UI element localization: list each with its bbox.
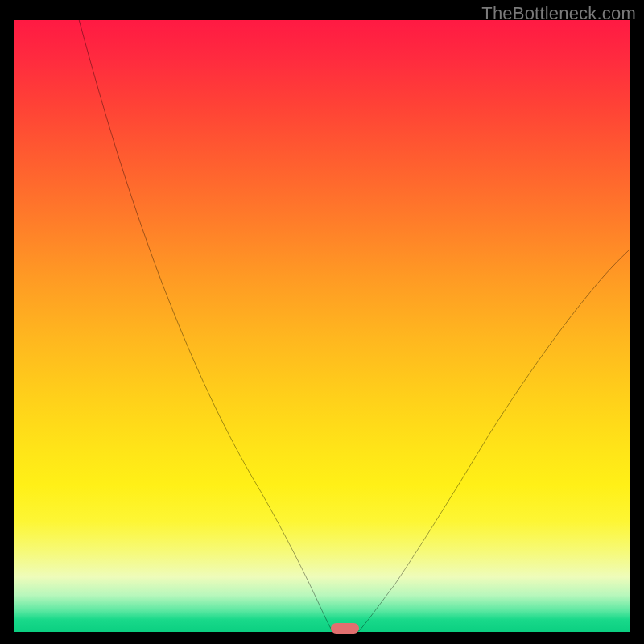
current-point-marker: [331, 623, 358, 634]
curve-path: [79, 20, 630, 631]
chart-frame: TheBottleneck.com: [0, 0, 644, 644]
plot-area: [14, 20, 630, 632]
bottleneck-curve: [14, 20, 630, 632]
watermark-text: TheBottleneck.com: [481, 3, 636, 24]
